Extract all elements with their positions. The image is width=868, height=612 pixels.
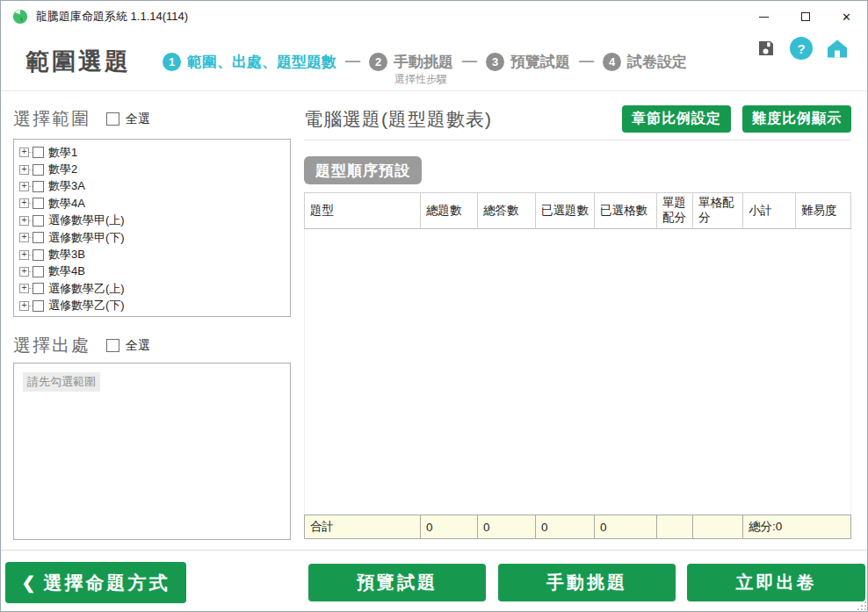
step-3-number: 3: [486, 53, 504, 71]
tree-item-elective-a-upper[interactable]: + 選修數學甲(上): [19, 212, 290, 229]
tree-item-math4b[interactable]: + 數學4B: [19, 263, 290, 280]
tree-item-math2[interactable]: + 數學2: [19, 161, 290, 177]
step-2-manual-pick[interactable]: 2 手動挑題 選擇性步驟: [369, 52, 453, 72]
expand-icon[interactable]: +: [19, 216, 29, 226]
step-separator: —: [579, 53, 594, 70]
step-4-paper-settings[interactable]: 4 試卷設定: [603, 52, 687, 72]
header-icons: ?: [756, 37, 849, 60]
step-1-range[interactable]: 1 範圍、出處、題型題數: [163, 52, 336, 72]
manual-pick-button[interactable]: 手動挑題: [498, 564, 676, 601]
tree-item-label: 數學4A: [48, 196, 85, 212]
expand-icon[interactable]: +: [19, 198, 29, 208]
expand-icon[interactable]: +: [19, 284, 29, 293]
expand-icon[interactable]: +: [19, 233, 29, 242]
expand-icon[interactable]: +: [19, 267, 29, 277]
page-header: 範圍選題 1 範圍、出處、題型題數 — 2 手動挑題 選擇性步驟 — 3 預覽試…: [1, 32, 867, 91]
range-select-all-label: 全選: [126, 112, 150, 127]
footer-total-answers: 0: [478, 515, 536, 539]
difficulty-ratio-button[interactable]: 難度比例顯示: [742, 105, 851, 133]
range-select-all-checkbox[interactable]: [106, 112, 119, 126]
expand-icon[interactable]: +: [19, 250, 29, 260]
table-footer-row: 合計 0 0 0 0 總分:0: [304, 515, 851, 539]
tree-item-checkbox[interactable]: [33, 232, 44, 243]
back-to-method-button[interactable]: ❮ 選擇命題方式: [5, 562, 186, 603]
tree-item-math3a[interactable]: + 數學3A: [19, 178, 290, 195]
step-4-number: 4: [603, 53, 621, 71]
range-panel-header: 選擇範圍 全選: [13, 107, 150, 131]
tree-item-math3b[interactable]: + 數學3B: [19, 246, 290, 263]
tree-item-label: 選修數學乙(下): [48, 298, 125, 313]
tree-item-label: 數學3A: [48, 178, 85, 194]
tree-item-checkbox[interactable]: [33, 215, 44, 227]
source-select-all-checkbox[interactable]: [106, 339, 119, 352]
app-window: 龍騰題庫命題系統 1.1.14(114) ✕ 範圍選題 1 範圍、出處、題型題數…: [0, 0, 868, 612]
expand-icon[interactable]: +: [19, 182, 29, 191]
chapter-ratio-button[interactable]: 章節比例設定: [622, 105, 731, 133]
page-title: 範圍選題: [25, 46, 131, 77]
tree-item-label: 選修數學甲(下): [48, 230, 125, 246]
col-header-points-per-cell: 單格配分: [693, 193, 743, 228]
tree-item-checkbox[interactable]: [33, 198, 44, 209]
window-controls: ✕: [743, 1, 867, 32]
expand-icon[interactable]: +: [19, 301, 29, 311]
step-1-number: 1: [163, 53, 181, 71]
home-icon: [826, 37, 849, 60]
preview-questions-button[interactable]: 預覽試題: [308, 564, 486, 601]
tree-item-checkbox[interactable]: [33, 283, 44, 294]
footer-empty-cell: [693, 515, 743, 539]
generate-paper-button[interactable]: 立即出卷: [687, 564, 865, 601]
source-panel-title: 選擇出處: [13, 334, 90, 357]
footer-total-label: 合計: [304, 515, 421, 539]
step-2-number: 2: [369, 53, 387, 71]
footer-empty-cell: [657, 515, 693, 539]
home-button[interactable]: [826, 37, 849, 60]
maximize-button[interactable]: [785, 1, 826, 32]
minimize-button[interactable]: [743, 1, 785, 32]
close-icon: ✕: [842, 11, 851, 23]
title-bar: 龍騰題庫命題系統 1.1.14(114) ✕: [1, 1, 867, 32]
help-button[interactable]: ?: [790, 37, 813, 60]
tree-item-elective-b-upper[interactable]: + 選修數學乙(上): [19, 280, 290, 297]
tree-item-math1[interactable]: + 數學1: [19, 144, 290, 161]
expand-icon[interactable]: +: [19, 148, 29, 157]
type-order-default-button[interactable]: 題型順序預設: [304, 156, 422, 184]
col-header-points-per-question: 單題配分: [657, 193, 693, 228]
tree-item-checkbox[interactable]: [33, 164, 44, 176]
step-3-label: 預覽試題: [510, 54, 570, 70]
col-header-selected-cells: 已選格數: [595, 193, 657, 228]
tree-item-checkbox[interactable]: [33, 249, 44, 261]
tree-item-checkbox[interactable]: [33, 300, 44, 312]
step-3-preview[interactable]: 3 預覽試題: [486, 52, 570, 72]
save-button[interactable]: [756, 38, 777, 59]
question-type-table: 題型 總題數 總答數 已選題數 已選格數 單題配分 單格配分 小計 難易度 合計…: [304, 192, 851, 539]
source-empty-hint: 請先勾選範圍: [23, 372, 100, 392]
footer-selected-questions: 0: [536, 515, 595, 539]
footer-total-score: 總分:0: [743, 515, 851, 539]
expand-icon[interactable]: +: [19, 165, 29, 175]
back-button-label: 選擇命題方式: [43, 571, 170, 595]
col-header-type: 題型: [304, 193, 421, 228]
tree-item-elective-b-lower[interactable]: + 選修數學乙(下): [19, 298, 290, 314]
source-panel-header: 選擇出處 全選: [13, 334, 150, 357]
source-list-box: 請先勾選範圍: [13, 363, 291, 540]
tree-item-math4a[interactable]: + 數學4A: [19, 195, 290, 212]
tree-item-elective-a-lower[interactable]: + 選修數學甲(下): [19, 229, 290, 246]
tree-item-checkbox[interactable]: [33, 147, 44, 158]
footer-total-questions: 0: [421, 515, 478, 539]
app-logo-icon: [12, 9, 28, 25]
close-button[interactable]: ✕: [826, 1, 867, 32]
table-header-row: 題型 總題數 總答數 已選題數 已選格數 單題配分 單格配分 小計 難易度: [304, 192, 851, 229]
tree-item-checkbox[interactable]: [33, 181, 44, 192]
tree-item-checkbox[interactable]: [33, 266, 44, 277]
tree-item-label: 數學4B: [48, 263, 85, 279]
range-panel-title: 選擇範圍: [13, 107, 90, 131]
computer-select-header: 電腦選題(題型題數表) 章節比例設定 難度比例顯示: [304, 105, 851, 133]
tree-item-label: 數學1: [48, 145, 77, 161]
chevron-left-icon: ❮: [22, 572, 36, 593]
wizard-stepper: 1 範圍、出處、題型題數 — 2 手動挑題 選擇性步驟 — 3 預覽試題 — 4…: [163, 52, 687, 72]
help-icon: ?: [797, 41, 805, 56]
tree-item-label: 選修數學乙(上): [48, 281, 125, 297]
save-icon: [756, 38, 777, 59]
computer-select-title: 電腦選題(題型題數表): [304, 107, 492, 132]
resize-grip[interactable]: [861, 605, 863, 607]
